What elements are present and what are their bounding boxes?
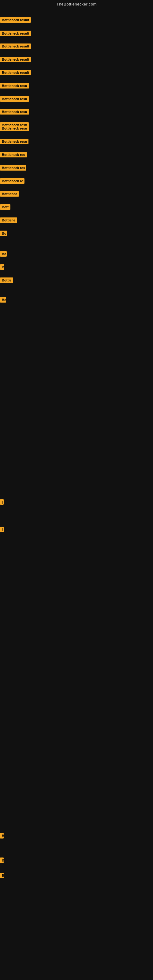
bottleneck-badge: Bottleneck res [0, 165, 26, 170]
bottleneck-badge: Bottleneck resu [0, 83, 29, 89]
bottleneck-badge: Bottleneck resu [0, 126, 29, 131]
bottleneck-badge: Bottleneck result [0, 43, 31, 49]
bottleneck-badge: Bo [0, 231, 7, 236]
bottleneck-badge: | [0, 527, 4, 532]
bottleneck-badge: Bottlene [0, 218, 17, 223]
bottleneck-badge: Bo [0, 251, 7, 257]
bottleneck-badge: Bottleneck result [0, 30, 31, 36]
bottleneck-badge: | [0, 499, 4, 505]
bottleneck-badge: Bottleneck re [0, 178, 24, 184]
bottleneck-badge: B [0, 858, 4, 863]
bottleneck-badge: Bo [0, 297, 6, 302]
site-title: TheBottlenecker.com [0, 0, 153, 8]
bottleneck-badge: Bott [0, 204, 10, 210]
bottleneck-badge: Bottleneck res [0, 152, 27, 158]
bottleneck-badge: Bottleneck result [0, 17, 31, 23]
bottleneck-badge: Bottlenec [0, 191, 19, 197]
bottleneck-badge: B [0, 873, 4, 878]
bottleneck-badge: Bottleneck resu [0, 139, 29, 144]
bottleneck-badge: Bottleneck result [0, 57, 31, 62]
bottleneck-badge: Bottleneck result [0, 70, 31, 75]
bottleneck-badge: Bottleneck resu [0, 109, 29, 115]
bottleneck-badge: B [0, 264, 4, 270]
bottleneck-badge: Bottleneck resu [0, 96, 29, 102]
bottleneck-badge: Bottle [0, 277, 13, 283]
bottleneck-badge: B [0, 833, 4, 838]
